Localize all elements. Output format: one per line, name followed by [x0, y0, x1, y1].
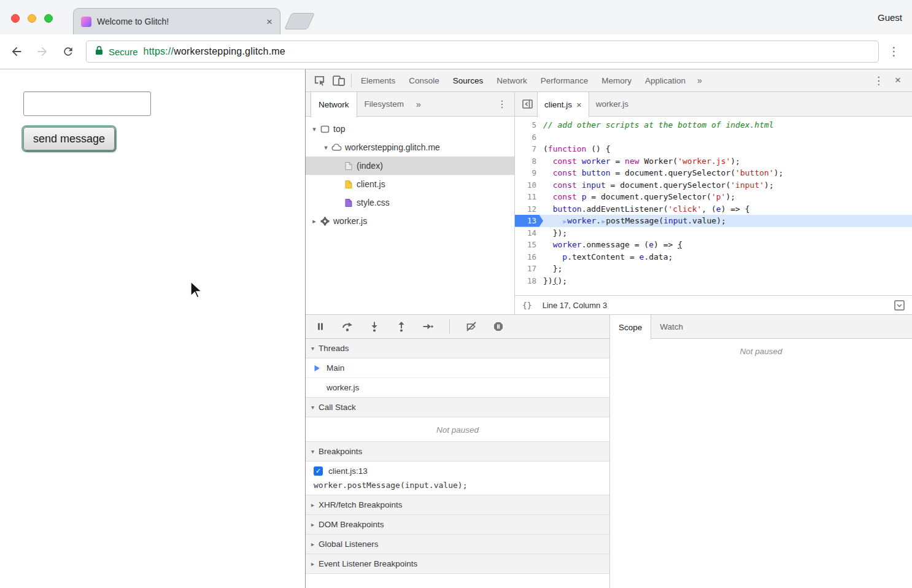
devtools-tab-network[interactable]: Network	[490, 76, 534, 85]
address-bar[interactable]: Secure https://workerstepping.glitch.me	[86, 41, 879, 63]
code-token: })	[543, 276, 553, 285]
code-editor[interactable]: 5// add other scripts at the bottom of i…	[515, 117, 912, 295]
line-number[interactable]: 10	[515, 179, 543, 191]
close-tab-icon[interactable]: ×	[266, 17, 272, 27]
deactivate-breakpoints-icon[interactable]	[465, 321, 477, 333]
breakpoint-source-text[interactable]: worker.postMessage(input.value);	[306, 480, 609, 495]
line-number[interactable]: 17	[515, 263, 543, 275]
code-text[interactable]: })();	[543, 275, 912, 287]
toggle-navigator-icon[interactable]	[517, 92, 537, 116]
line-number[interactable]: 18	[515, 275, 543, 287]
navigator-tab-network[interactable]: Network	[311, 92, 357, 117]
code-text[interactable]: p.textContent = e.data;	[543, 251, 912, 263]
code-text[interactable]: (function () {	[543, 143, 912, 155]
devtools-tab-elements[interactable]: Elements	[354, 76, 402, 85]
tree-item-top[interactable]: ▾top	[306, 120, 514, 138]
editor-tab-client-js[interactable]: client.js×	[537, 92, 589, 117]
pretty-print-icon[interactable]: {}	[522, 301, 532, 310]
line-number[interactable]: 15	[515, 239, 543, 251]
device-toolbar-icon[interactable]	[329, 72, 349, 89]
message-input[interactable]	[23, 91, 151, 116]
navigator-menu-icon[interactable]: ⋮	[497, 92, 514, 116]
step-out-icon[interactable]	[395, 321, 407, 333]
code-text[interactable]: };	[543, 263, 912, 275]
breakpoint-checkbox[interactable]: ✓	[314, 466, 323, 476]
devtools-tab-sources[interactable]: Sources	[446, 76, 490, 85]
navigator-more-tabs-icon[interactable]: »	[411, 92, 426, 116]
line-number[interactable]: 6	[515, 131, 543, 144]
minimize-window-button[interactable]	[28, 14, 36, 23]
devtools-tab-application[interactable]: Application	[638, 76, 692, 85]
code-text[interactable]	[543, 131, 912, 144]
thread-item-worker-js[interactable]: worker.js	[306, 378, 609, 398]
step-icon[interactable]	[422, 321, 434, 333]
line-number[interactable]: 16	[515, 251, 543, 263]
step-into-icon[interactable]	[368, 321, 380, 333]
zoom-window-button[interactable]	[44, 14, 53, 23]
event-listener-breakpoints-section-header[interactable]: ▸Event Listener Breakpoints	[306, 554, 609, 574]
breakpoints-section-header[interactable]: ▾ Breakpoints	[306, 441, 609, 462]
code-text[interactable]: });	[543, 227, 912, 239]
line-number[interactable]: 11	[515, 191, 543, 203]
threads-list: Mainworker.js	[306, 358, 609, 398]
devtools-tab-performance[interactable]: Performance	[534, 76, 595, 85]
call-stack-section-header[interactable]: ▾ Call Stack	[306, 397, 609, 417]
xhr-fetch-breakpoints-section-header[interactable]: ▸XHR/fetch Breakpoints	[306, 495, 609, 515]
pause-script-icon[interactable]	[314, 321, 326, 333]
line-number[interactable]: 5	[515, 119, 543, 131]
inline-step-marker-icon[interactable]: ▶	[601, 218, 606, 225]
code-text[interactable]: worker.onmessage = (e) => {	[543, 239, 912, 251]
tab-scope[interactable]: Scope	[610, 315, 651, 339]
send-message-button[interactable]: send message	[23, 127, 115, 150]
forward-button[interactable]	[36, 45, 49, 58]
expand-panel-icon[interactable]	[894, 300, 905, 312]
more-panels-icon[interactable]: »	[692, 75, 707, 85]
navigator-tab-filesystem[interactable]: Filesystem	[357, 92, 412, 116]
tree-item-index[interactable]: (index)	[306, 157, 514, 175]
threads-section-header[interactable]: ▾ Threads	[306, 339, 609, 358]
code-text[interactable]: ▶worker.▶postMessage(input.value);	[543, 215, 912, 227]
line-number[interactable]: 9	[515, 167, 543, 179]
editor-tab-worker-js[interactable]: worker.js	[589, 92, 635, 116]
close-editor-tab-icon[interactable]: ×	[576, 100, 582, 109]
devtools-tab-memory[interactable]: Memory	[595, 76, 638, 85]
browser-menu-icon[interactable]: ⋮	[888, 44, 900, 58]
triangle-down-icon[interactable]: ▾	[321, 144, 331, 152]
code-text[interactable]: button.addEventListener('click', (e) => …	[543, 203, 912, 215]
close-window-button[interactable]	[11, 14, 20, 23]
line-number[interactable]: 8	[515, 155, 543, 168]
code-text[interactable]: const worker = new Worker('worker.js');	[543, 155, 912, 168]
tree-item-worker-js[interactable]: ▸worker.js	[306, 212, 514, 230]
reload-button[interactable]	[62, 45, 74, 58]
line-number[interactable]: 12	[515, 203, 543, 215]
tree-item-client-js[interactable]: client.js	[306, 175, 514, 193]
pause-on-exceptions-icon[interactable]	[492, 321, 504, 333]
stylesheet-icon	[342, 198, 354, 207]
url-text[interactable]: https://workerstepping.glitch.me	[144, 46, 285, 57]
code-text[interactable]: // add other scripts at the bottom of in…	[543, 119, 912, 131]
breakpoint-badge[interactable]: 13	[515, 215, 543, 227]
tree-item-workerstepping-glitch-me[interactable]: ▾workerstepping.glitch.me	[306, 138, 514, 157]
thread-item-main[interactable]: Main	[306, 358, 609, 378]
tab-watch[interactable]: Watch	[651, 315, 692, 338]
new-tab-button[interactable]	[284, 13, 315, 29]
step-over-icon[interactable]	[341, 321, 353, 333]
line-number[interactable]: 14	[515, 227, 543, 239]
back-button[interactable]	[10, 45, 23, 58]
global-listeners-section-header[interactable]: ▸Global Listeners	[306, 534, 609, 554]
line-number[interactable]: 7	[515, 143, 543, 155]
code-token: {	[678, 240, 682, 249]
close-devtools-icon[interactable]: ×	[895, 74, 901, 87]
dom-breakpoints-section-header[interactable]: ▸DOM Breakpoints	[306, 514, 609, 535]
code-text[interactable]: const p = document.querySelector('p');	[543, 191, 912, 203]
triangle-down-icon[interactable]: ▾	[309, 125, 319, 133]
code-text[interactable]: const input = document.querySelector('in…	[543, 179, 912, 191]
browser-tab[interactable]: Welcome to Glitch! ×	[73, 8, 280, 34]
tree-item-style-css[interactable]: style.css	[306, 193, 514, 212]
triangle-right-icon[interactable]: ▸	[309, 217, 319, 225]
code-text[interactable]: const button = document.querySelector('b…	[543, 167, 912, 179]
devtools-menu-icon[interactable]: ⋮	[873, 74, 884, 87]
inspect-element-icon[interactable]	[309, 72, 329, 89]
breakpoint-entry[interactable]: ✓client.js:13	[306, 462, 609, 480]
devtools-tab-console[interactable]: Console	[402, 76, 446, 85]
